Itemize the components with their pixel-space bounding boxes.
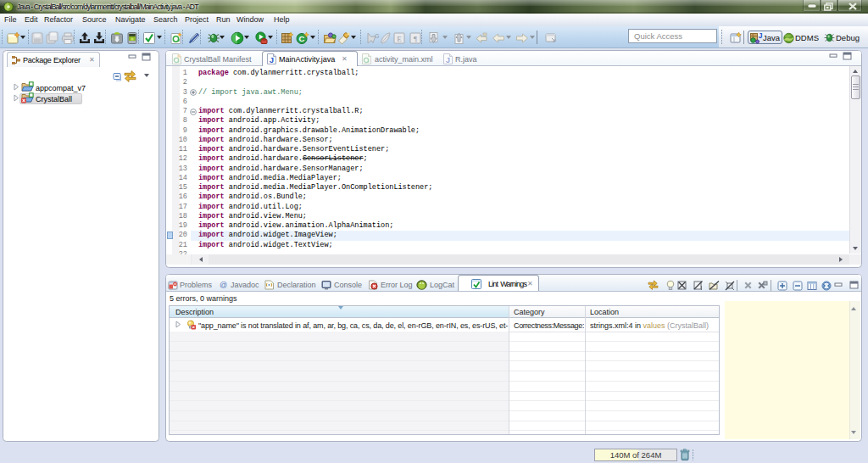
svg-text:E: E <box>397 35 402 43</box>
svg-text:J: J <box>759 31 763 40</box>
svg-text:¶: ¶ <box>414 35 417 43</box>
svg-text:J: J <box>446 55 450 64</box>
svg-text:C: C <box>299 34 305 43</box>
svg-text:J: J <box>270 55 274 64</box>
